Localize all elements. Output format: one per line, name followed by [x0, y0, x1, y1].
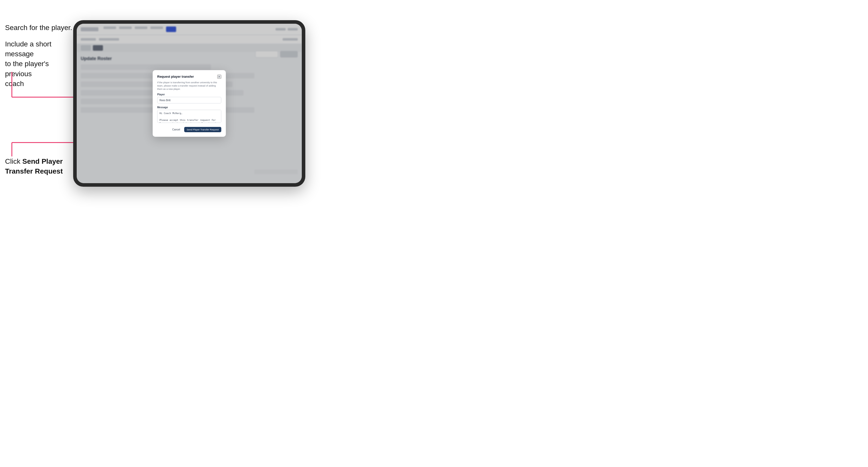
request-transfer-modal: Request player transfer ✕ If the player …	[153, 70, 226, 137]
message-textarea[interactable]: Hi Coach McHarg, Please accept this tran…	[157, 110, 221, 123]
message-field-label: Message	[157, 106, 221, 109]
modal-close-button[interactable]: ✕	[217, 75, 221, 79]
tablet-device: Update Roster Re	[73, 20, 305, 187]
modal-footer: Cancel Send Player Transfer Request	[157, 127, 221, 132]
modal-overlay: Request player transfer ✕ If the player …	[77, 24, 302, 183]
player-field-label: Player	[157, 93, 221, 96]
annotation-click-text: Click Send Player Transfer Request	[5, 156, 81, 176]
modal-header: Request player transfer ✕	[157, 75, 221, 79]
tablet-screen: Update Roster Re	[77, 24, 302, 183]
modal-description: If the player is transferring from anoth…	[157, 81, 221, 91]
player-search-input[interactable]	[157, 97, 221, 103]
annotation-message-text: Include a short message to the player's …	[5, 39, 76, 89]
send-transfer-request-button[interactable]: Send Player Transfer Request	[184, 127, 221, 132]
annotation-search-text: Search for the player.	[5, 23, 72, 33]
cancel-button[interactable]: Cancel	[170, 127, 182, 132]
modal-title: Request player transfer	[157, 75, 194, 79]
